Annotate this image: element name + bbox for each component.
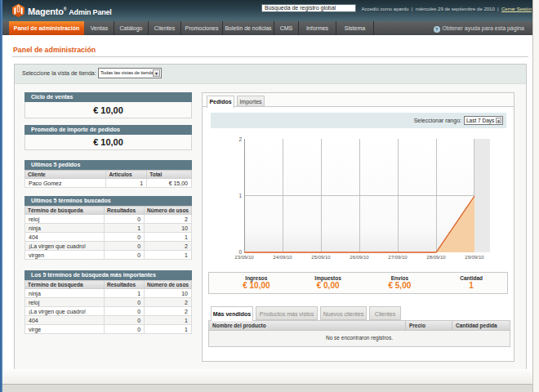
svg-text:1: 1 xyxy=(238,193,242,198)
svg-text:2: 2 xyxy=(238,136,242,142)
svg-text:25/09/10: 25/09/10 xyxy=(311,255,331,260)
svg-text:29/09/10: 29/09/10 xyxy=(465,255,484,260)
svg-text:0: 0 xyxy=(238,249,242,255)
svg-text:26/09/10: 26/09/10 xyxy=(350,255,369,260)
svg-text:24/09/10: 24/09/10 xyxy=(273,255,292,260)
svg-text:23/09/10: 23/09/10 xyxy=(234,255,254,260)
svg-text:27/09/10: 27/09/10 xyxy=(388,255,408,260)
svg-text:28/09/10: 28/09/10 xyxy=(426,255,446,260)
